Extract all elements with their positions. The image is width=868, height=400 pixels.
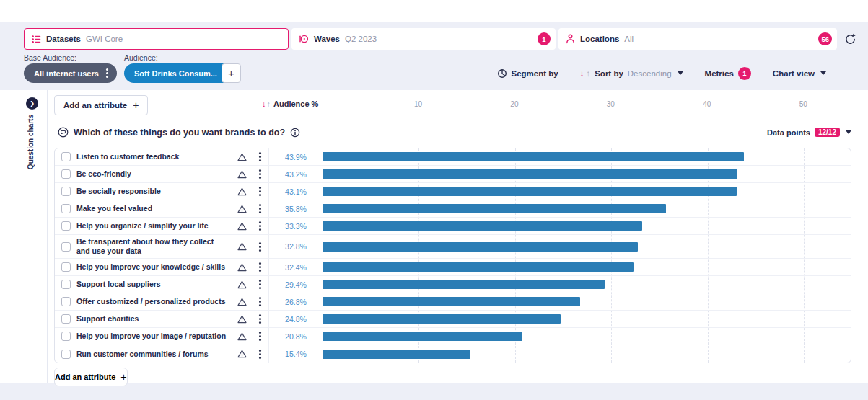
row-checkbox[interactable] — [61, 187, 71, 196]
low-sample-warning-icon — [237, 315, 247, 324]
warning-icon-button[interactable] — [232, 187, 251, 196]
add-attribute-label: Add an attribute — [55, 373, 115, 381]
audience-percent-value: 35.8% — [268, 200, 323, 217]
row-checkbox[interactable] — [61, 332, 71, 341]
add-audience-button[interactable]: + — [222, 63, 241, 83]
audience-pill[interactable]: Soft Drinks Consum... — [124, 63, 235, 83]
row-menu-button[interactable] — [251, 301, 268, 303]
data-points-dropdown[interactable]: Data points 12/12 — [767, 128, 851, 137]
axis-tick-label: 40 — [703, 100, 711, 108]
chart-view-label: Chart view — [773, 69, 815, 78]
row-checkbox[interactable] — [61, 204, 71, 213]
warning-icon-button[interactable] — [232, 170, 251, 179]
warning-icon-button[interactable] — [232, 350, 251, 358]
sort-by-button[interactable]: ↓ ↑ Sort by Descending — [580, 69, 683, 78]
bar[interactable] — [323, 242, 638, 252]
bar[interactable] — [323, 204, 666, 213]
row-checkbox[interactable] — [61, 221, 71, 231]
row-menu-button[interactable] — [251, 335, 268, 337]
metric-header-label: Audience % — [273, 99, 318, 108]
bulleted-list-icon — [32, 35, 41, 44]
audience-label: Audience: — [124, 53, 158, 62]
audience-percent-value: 43.9% — [268, 148, 323, 165]
attribute-label: Run customer communities / forums — [76, 347, 232, 361]
attribute-label: Be eco-friendly — [76, 167, 232, 181]
warning-icon-button[interactable] — [232, 332, 251, 341]
sort-asc-icon: ↑ — [586, 69, 590, 78]
low-sample-warning-icon — [237, 153, 247, 161]
bar[interactable] — [323, 332, 522, 341]
metric-column-header[interactable]: ↓ ↑ Audience % — [262, 99, 318, 108]
row-checkbox[interactable] — [61, 297, 71, 306]
bar[interactable] — [323, 297, 580, 306]
datasets-value: GWI Core — [86, 35, 123, 43]
warning-icon-button[interactable] — [232, 315, 251, 324]
warning-icon-button[interactable] — [232, 280, 251, 289]
bar-cell — [323, 311, 851, 327]
row-menu-button[interactable] — [251, 208, 268, 210]
bar[interactable] — [323, 221, 642, 231]
bar[interactable] — [323, 350, 470, 359]
row-checkbox[interactable] — [61, 152, 71, 161]
chart-view-button[interactable]: Chart view — [773, 69, 826, 78]
expand-panel-button[interactable]: ❯ — [26, 97, 38, 110]
base-audience-pill[interactable]: All internet users — [24, 63, 117, 83]
row-menu-button[interactable] — [251, 353, 268, 355]
warning-icon-button[interactable] — [232, 242, 251, 251]
row-menu-button[interactable] — [251, 225, 268, 227]
row-checkbox[interactable] — [61, 280, 71, 289]
refresh-button[interactable] — [842, 31, 858, 47]
bar-cell — [323, 259, 851, 275]
question-charts-rail: ❯ Question charts — [0, 90, 48, 383]
audience-percent-value: 26.8% — [268, 293, 323, 310]
warning-icon-button[interactable] — [232, 263, 251, 272]
pill-menu-icon[interactable] — [106, 72, 108, 74]
segment-by-button[interactable]: Segment by — [497, 68, 558, 79]
warning-icon-button[interactable] — [232, 205, 251, 213]
data-points-label: Data points — [767, 128, 810, 137]
audience-percent-value: 20.8% — [268, 328, 323, 345]
row-menu-button[interactable] — [251, 173, 268, 175]
bar[interactable] — [323, 314, 561, 324]
bar-cell — [323, 345, 851, 363]
sort-desc-icon: ↓ — [262, 99, 266, 108]
row-menu-button[interactable] — [251, 283, 268, 285]
attribute-label: Help you improve your image / reputation — [76, 329, 232, 343]
attribute-label: Make you feel valued — [76, 202, 232, 215]
bar[interactable] — [323, 169, 737, 179]
locations-filter[interactable]: Locations All 56 — [558, 28, 837, 50]
low-sample-warning-icon — [237, 170, 247, 179]
audience-pill-label: Soft Drinks Consum... — [134, 69, 217, 78]
waves-filter[interactable]: Waves Q2 2023 1 — [291, 28, 556, 50]
bar[interactable] — [323, 187, 737, 196]
question-bubble-icon — [58, 127, 69, 138]
datasets-filter[interactable]: Datasets GWI Core — [24, 28, 289, 50]
table-row: Make you feel valued 35.8% — [55, 200, 851, 218]
row-menu-button[interactable] — [251, 318, 268, 320]
info-icon[interactable] — [290, 128, 300, 138]
row-menu-button[interactable] — [251, 190, 268, 192]
metrics-button[interactable]: Metrics 1 — [705, 67, 751, 80]
bar[interactable] — [323, 262, 634, 272]
low-sample-warning-icon — [237, 222, 247, 231]
bar[interactable] — [323, 152, 744, 161]
row-checkbox[interactable] — [61, 242, 71, 252]
row-checkbox[interactable] — [61, 169, 71, 179]
warning-icon-button[interactable] — [232, 222, 251, 231]
row-checkbox[interactable] — [61, 314, 71, 324]
add-attribute-button-top[interactable]: Add an attribute + — [54, 95, 148, 115]
row-menu-button[interactable] — [251, 246, 268, 248]
bar[interactable] — [323, 280, 605, 289]
row-checkbox[interactable] — [61, 350, 71, 359]
row-menu-button[interactable] — [251, 156, 268, 158]
row-menu-button[interactable] — [251, 266, 268, 268]
warning-icon-button[interactable] — [232, 153, 251, 161]
table-row: Support local suppliers 29.4% — [55, 276, 851, 293]
low-sample-warning-icon — [237, 187, 247, 196]
kebab-icon — [259, 246, 261, 248]
warning-icon-button[interactable] — [232, 298, 251, 306]
add-attribute-button-bottom[interactable]: Add an attribute + — [54, 368, 128, 386]
top-whitespace — [0, 0, 868, 22]
table-row: Be socially responsible 43.1% — [55, 183, 851, 200]
row-checkbox[interactable] — [61, 262, 71, 272]
